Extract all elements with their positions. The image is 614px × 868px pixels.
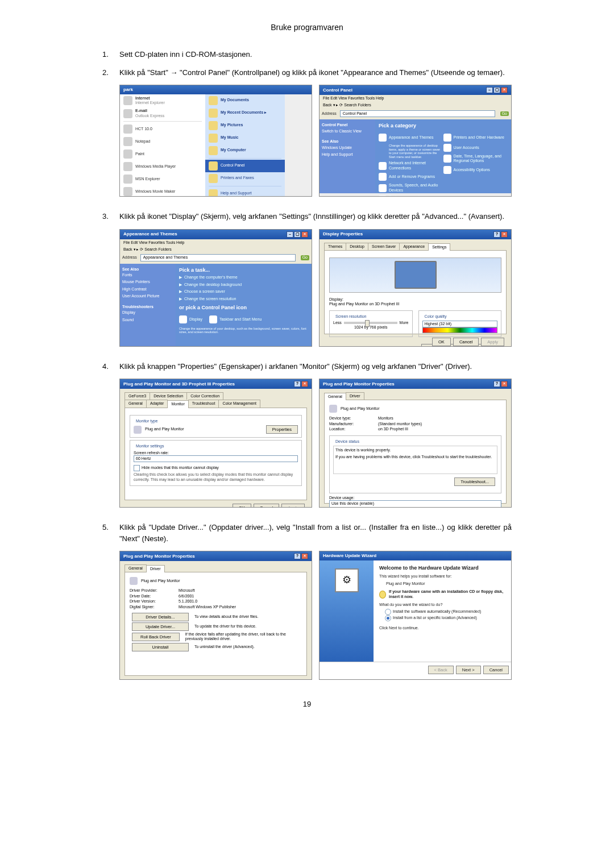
menubar[interactable]: File Edit View Favorites Tools Help <box>120 239 312 246</box>
tab-themes[interactable]: Themes <box>324 243 346 250</box>
tab[interactable]: Adapter <box>146 400 168 407</box>
side-link[interactable]: Fonts <box>122 272 173 279</box>
rollback-driver-button[interactable]: Roll Back Driver <box>132 633 180 641</box>
ok-button[interactable]: OK <box>458 507 476 508</box>
window-controls[interactable]: ?× <box>493 381 508 387</box>
wizard-question: What do you want the wizard to do? <box>379 603 505 607</box>
tab-general[interactable]: General <box>324 393 346 400</box>
start-item[interactable]: My Music <box>205 132 285 144</box>
task-link[interactable]: ▶ Change the computer's theme <box>179 275 308 280</box>
cancel-button[interactable]: Cancel <box>479 507 504 508</box>
properties-button[interactable]: Properties <box>266 425 298 434</box>
ok-button[interactable]: OK <box>233 504 251 508</box>
start-item[interactable]: My Recent Documents ▸ <box>205 107 285 119</box>
start-item[interactable]: Notepad <box>120 135 205 148</box>
cp-link[interactable]: Date, Time, Language, and Regional Optio… <box>443 154 508 164</box>
start-item[interactable]: Windows Movie Maker <box>120 185 205 197</box>
start-item[interactable]: My Pictures <box>205 119 285 132</box>
sound-icon <box>379 184 387 192</box>
start-item[interactable]: Printers and Faxes <box>205 172 285 185</box>
tab-appearance[interactable]: Appearance <box>399 243 429 250</box>
start-item[interactable]: InternetInternet Explorer <box>120 94 205 107</box>
cancel-button[interactable]: Cancel <box>279 679 305 680</box>
window-controls[interactable]: –▢× <box>286 231 308 238</box>
start-item[interactable]: E-mailOutlook Express <box>120 107 205 120</box>
side-link[interactable]: Switch to Classic View <box>322 128 373 135</box>
tab[interactable]: Color Management <box>218 400 260 407</box>
address-input[interactable]: Control Panel <box>340 110 495 117</box>
start-item[interactable]: Help and Support <box>205 188 285 197</box>
go-button[interactable]: Go <box>500 111 509 116</box>
tab-driver[interactable]: Driver <box>146 565 165 572</box>
cp-link[interactable]: Network and Internet Connections <box>379 161 443 171</box>
side-link[interactable]: Windows Update <box>322 144 373 151</box>
tab[interactable]: Troubleshoot <box>188 400 219 407</box>
side-link[interactable]: Sound <box>122 317 173 323</box>
tab-settings[interactable]: Settings <box>428 243 450 251</box>
side-link[interactable]: User Account Picture <box>122 293 173 300</box>
start-item[interactable]: My Computer <box>205 144 285 157</box>
tab[interactable]: GeForce3 <box>125 392 150 400</box>
cancel-button[interactable]: Cancel <box>483 666 509 674</box>
cancel-button[interactable]: Cancel <box>254 504 279 508</box>
window-controls[interactable]: ?× <box>293 553 308 559</box>
tab[interactable]: Color Correction <box>186 392 223 400</box>
ok-button[interactable]: OK <box>258 679 277 680</box>
tab[interactable]: Device Selection <box>150 392 187 400</box>
cp-link[interactable]: Sounds, Speech, and Audio Devices <box>379 183 443 193</box>
side-link[interactable]: Mouse Pointers <box>122 279 173 285</box>
cp-link[interactable]: Accessibility Options <box>443 166 508 174</box>
cp-icon-link[interactable]: Taskbar and Start Menu <box>209 315 262 323</box>
cp-link[interactable]: User Accounts <box>443 144 508 152</box>
address-input[interactable]: Appearance and Themes <box>140 254 296 261</box>
side-link[interactable]: Help and Support <box>322 151 373 158</box>
cp-link[interactable]: Appearance and Themes <box>379 134 443 142</box>
color-quality-select[interactable]: Highest (32 bit) <box>422 321 498 327</box>
back-button[interactable]: < Back <box>428 666 454 674</box>
task-link[interactable]: ▶ Change the desktop background <box>179 283 308 287</box>
troubleshoot-button[interactable]: Troubleshoot... <box>454 477 495 486</box>
uninstall-button[interactable]: Uninstall <box>132 643 189 651</box>
cp-link[interactable]: Printers and Other Hardware <box>443 134 508 142</box>
start-item[interactable]: HCT 10.0 <box>120 123 205 135</box>
wizard-radio-auto[interactable] <box>385 609 391 615</box>
cp-link[interactable]: Performance and Maintenance <box>379 195 443 197</box>
tab-driver[interactable]: Driver <box>346 392 364 400</box>
cp-link[interactable]: Add or Remove Programs <box>379 173 443 181</box>
go-button[interactable]: Go <box>301 255 309 260</box>
tab-monitor[interactable]: Monitor <box>167 400 188 408</box>
next-button[interactable]: Next > <box>456 666 481 674</box>
toolbar[interactable]: Back ▾ ▸ ⟳ Search Folders <box>320 102 511 109</box>
update-driver-button[interactable]: Update Driver... <box>132 622 189 631</box>
task-link[interactable]: ▶ Change the screen resolution <box>179 297 308 301</box>
refresh-rate-select[interactable]: 60 Hertz <box>134 455 298 462</box>
driver-details-button[interactable]: Driver Details... <box>132 613 189 621</box>
msn-icon <box>123 175 132 184</box>
menubar[interactable]: File Edit View Favorites Tools Help <box>320 95 511 102</box>
tab-general[interactable]: General <box>125 564 147 572</box>
ok-button[interactable]: OK <box>432 338 451 346</box>
apply-button[interactable]: Apply <box>481 338 504 346</box>
toolbar[interactable]: Back ▾ ▸ ⟳ Search Folders <box>120 246 312 253</box>
start-item[interactable]: Control Panel <box>205 160 285 172</box>
resolution-slider[interactable] <box>344 322 397 324</box>
start-item[interactable]: Windows Media Player <box>120 160 205 173</box>
start-item[interactable]: My Documents <box>205 94 285 107</box>
window-controls[interactable]: ?× <box>293 381 308 387</box>
task-link[interactable]: ▶ Choose a screen saver <box>179 289 308 294</box>
window-controls[interactable]: ?× <box>493 231 508 238</box>
hide-modes-checkbox[interactable] <box>134 465 140 471</box>
tab[interactable]: General <box>125 400 147 407</box>
start-item[interactable]: Paint <box>120 148 205 160</box>
cp-icon-link[interactable]: Display <box>179 315 202 323</box>
start-item[interactable]: MSN Explorer <box>120 173 205 185</box>
side-link[interactable]: Display <box>122 309 173 316</box>
side-link[interactable]: High Contrast <box>122 286 173 293</box>
tab-screensaver[interactable]: Screen Saver <box>368 243 400 250</box>
window-controls[interactable]: –▢× <box>486 87 508 93</box>
apply-button[interactable]: Apply <box>281 504 305 508</box>
cancel-button[interactable]: Cancel <box>453 338 479 346</box>
wizard-radio-list[interactable] <box>385 615 391 621</box>
cd-icon <box>379 591 386 599</box>
tab-desktop[interactable]: Desktop <box>346 243 368 250</box>
